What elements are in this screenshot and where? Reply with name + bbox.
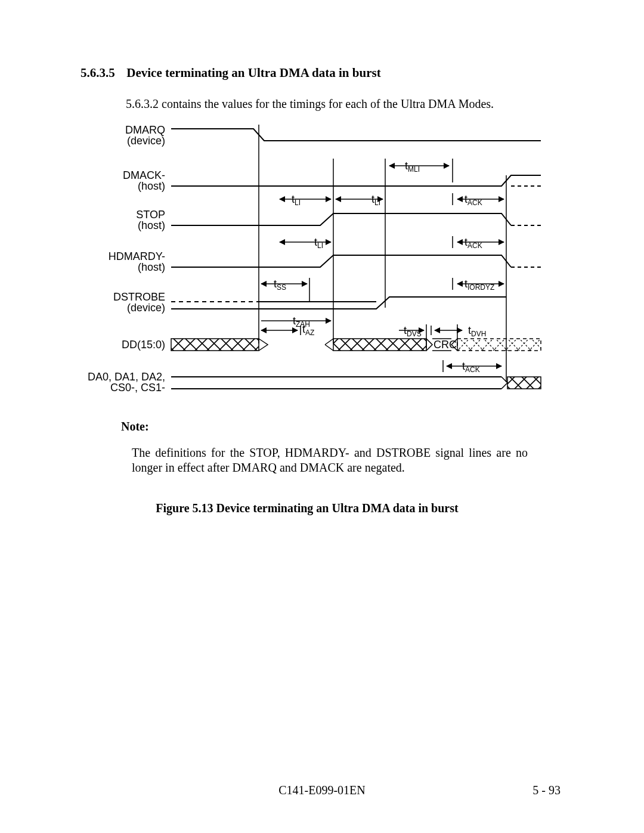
svg-text:IORDYZ: IORDYZ xyxy=(467,283,494,292)
signal-label-dmack: DMACK- xyxy=(123,169,165,181)
signal-role-dstrobe: (device) xyxy=(127,302,165,314)
section-number: 5.6.3.5 xyxy=(80,66,123,80)
signal-role-hdmardy: (host) xyxy=(138,261,165,273)
section-heading: 5.6.3.5 Device terminating an Ultra DMA … xyxy=(80,66,558,80)
svg-text:DVS: DVS xyxy=(407,330,422,338)
note-body: The definitions for the STOP, HDMARDY- a… xyxy=(132,445,528,475)
signal-label-addr1: DA0, DA1, DA2, xyxy=(88,371,165,383)
svg-rect-50 xyxy=(333,339,426,351)
signal-role-stop: (host) xyxy=(138,219,165,231)
svg-text:LI: LI xyxy=(317,241,323,250)
timing-row-stop: tLI tLI tACK xyxy=(280,193,504,207)
svg-text:AZ: AZ xyxy=(305,329,314,337)
section-title: Device terminating an Ultra DMA data in … xyxy=(126,66,380,80)
svg-rect-54 xyxy=(457,339,541,351)
svg-text:SS: SS xyxy=(277,283,286,292)
svg-text:LI: LI xyxy=(374,199,380,207)
svg-text:ACK: ACK xyxy=(467,241,482,250)
svg-text:LI: LI xyxy=(295,199,301,207)
timing-diagram: DMARQ (device) tMLI DMACK- (host) tLI tL… xyxy=(77,123,558,400)
svg-text:DVH: DVH xyxy=(471,330,486,338)
signal-label-addr2: CS0-, CS1- xyxy=(110,382,165,394)
svg-text:ACK: ACK xyxy=(467,199,482,207)
figure-caption: Figure 5.13 Device terminating an Ultra … xyxy=(80,501,534,515)
timing-row-hdmardy: tLI tACK xyxy=(280,236,504,250)
signal-label-hdmardy: HDMARDY- xyxy=(109,250,165,262)
svg-rect-61 xyxy=(507,377,541,389)
svg-text:ACK: ACK xyxy=(465,366,480,374)
svg-rect-49 xyxy=(171,339,259,351)
svg-text:CRC: CRC xyxy=(434,339,457,351)
note-label: Note: xyxy=(121,420,558,433)
intro-paragraph: 5.6.3.2 contains the values for the timi… xyxy=(126,97,558,111)
svg-text:MLI: MLI xyxy=(408,165,420,174)
signal-label-dd: DD(15:0) xyxy=(122,339,165,351)
signal-label-stop: STOP xyxy=(136,209,165,221)
signal-role-dmack: (host) xyxy=(138,180,165,192)
timing-row-dstrobe: tSS tIORDYZ xyxy=(261,278,504,302)
timing-row-addr: tACK xyxy=(443,360,501,374)
signal-label-dstrobe: DSTROBE xyxy=(113,291,165,303)
signal-label-dmarq: DMARQ xyxy=(125,124,165,136)
signal-role-dmarq: (device) xyxy=(127,135,165,147)
timing-tMLI: tMLI xyxy=(389,160,449,174)
footer-pagenum: 5 - 93 xyxy=(532,784,561,797)
dd-bus: CRC xyxy=(171,339,541,351)
